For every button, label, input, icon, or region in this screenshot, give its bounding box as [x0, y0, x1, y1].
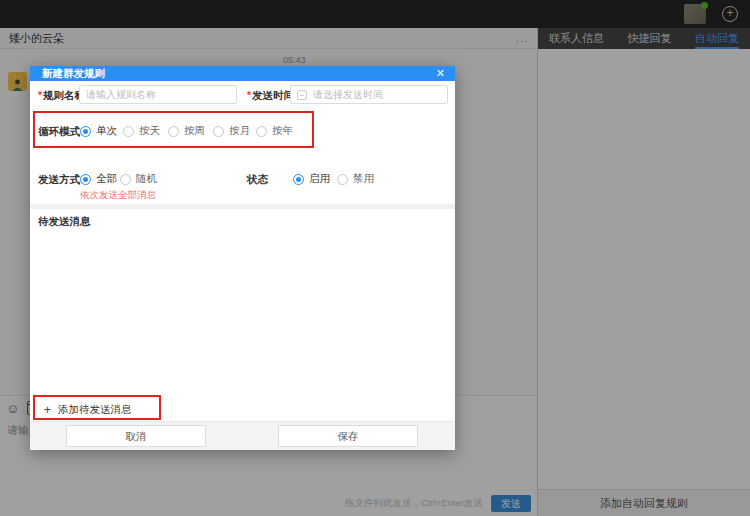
radio-icon: [123, 126, 134, 137]
pending-messages-label: 待发送消息: [38, 215, 91, 229]
send-time-picker[interactable]: 请选择发送时间: [290, 85, 448, 104]
dialog-title: 新建群发规则: [42, 67, 105, 81]
radio-selected-icon: [293, 174, 304, 185]
radio-loop-once[interactable]: 单次: [80, 124, 117, 138]
cancel-button[interactable]: 取消: [66, 425, 206, 447]
radio-icon: [337, 174, 348, 185]
radio-selected-icon: [80, 126, 91, 137]
save-button[interactable]: 保存: [278, 425, 418, 447]
status-label: 状态: [247, 173, 268, 187]
section-divider: [30, 204, 455, 209]
radio-loop-monthly[interactable]: 按月: [213, 124, 250, 138]
send-method-hint: 依次发送全部消息: [80, 189, 156, 202]
new-mass-send-rule-dialog: 新建群发规则 ✕ *规则名称 *发送时间 请选择发送时间 循环模式 单次 按天 …: [30, 66, 455, 450]
radio-send-all[interactable]: 全部: [80, 172, 117, 186]
radio-icon: [256, 126, 267, 137]
radio-loop-daily[interactable]: 按天: [123, 124, 160, 138]
add-pending-message-label: 添加待发送消息: [58, 403, 132, 417]
send-time-label: *发送时间: [247, 89, 294, 103]
required-asterisk: *: [247, 89, 251, 101]
radio-loop-yearly[interactable]: 按年: [256, 124, 293, 138]
send-method-label: 发送方式: [38, 173, 80, 187]
plus-icon: +: [44, 404, 51, 416]
radio-icon: [120, 174, 131, 185]
radio-icon: [168, 126, 179, 137]
radio-status-disabled[interactable]: 禁用: [337, 172, 374, 186]
loop-mode-label: 循环模式: [38, 125, 80, 139]
required-asterisk: *: [38, 89, 42, 101]
radio-status-enabled[interactable]: 启用: [293, 172, 330, 186]
dialog-header: 新建群发规则 ✕: [30, 66, 455, 81]
add-pending-message-link[interactable]: + 添加待发送消息: [44, 403, 132, 417]
calendar-icon: [297, 90, 307, 100]
send-time-placeholder: 请选择发送时间: [313, 88, 383, 102]
radio-icon: [213, 126, 224, 137]
dialog-footer: 取消 保存: [30, 421, 455, 450]
rule-name-input[interactable]: [79, 85, 237, 104]
close-icon[interactable]: ✕: [436, 68, 445, 79]
radio-send-random[interactable]: 随机: [120, 172, 157, 186]
radio-selected-icon: [80, 174, 91, 185]
radio-loop-weekly[interactable]: 按周: [168, 124, 205, 138]
